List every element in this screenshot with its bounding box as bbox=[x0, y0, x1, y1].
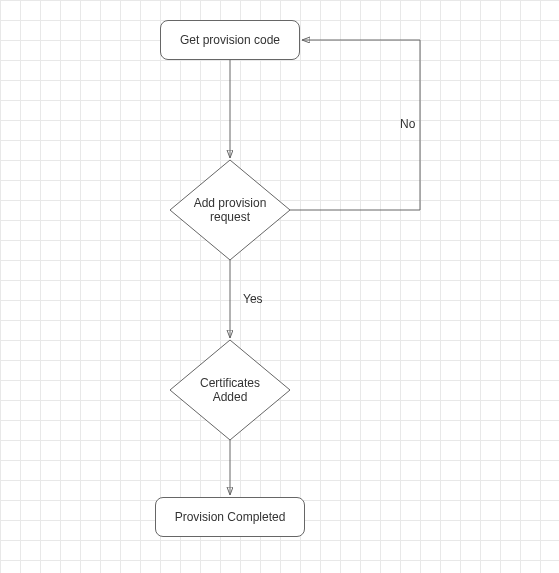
node-certificates-added[interactable]: CertificatesAdded bbox=[170, 340, 290, 440]
edge-label-no: No bbox=[400, 117, 415, 131]
node-add-provision-request[interactable]: Add provisionrequest bbox=[170, 160, 290, 260]
connectors-layer bbox=[0, 0, 559, 573]
node-label: Get provision code bbox=[180, 33, 280, 47]
node-label: Provision Completed bbox=[175, 510, 286, 524]
node-get-provision-code[interactable]: Get provision code bbox=[160, 20, 300, 60]
flowchart-canvas: Get provision code Add provisionrequest … bbox=[0, 0, 559, 573]
node-label: Add provisionrequest bbox=[194, 196, 267, 225]
node-label: CertificatesAdded bbox=[200, 376, 260, 405]
node-provision-completed[interactable]: Provision Completed bbox=[155, 497, 305, 537]
edge-label-yes: Yes bbox=[243, 292, 263, 306]
